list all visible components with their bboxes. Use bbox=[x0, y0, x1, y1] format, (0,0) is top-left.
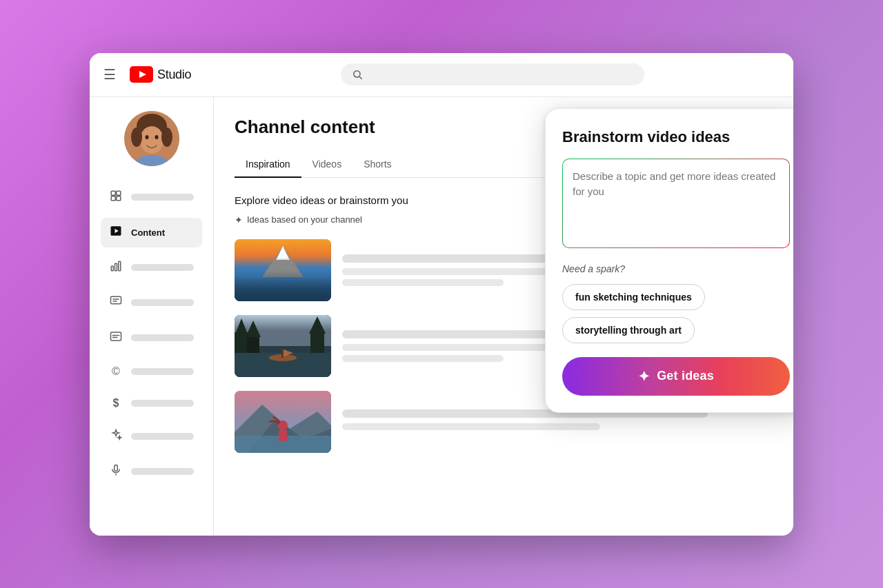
svg-line-3 bbox=[359, 77, 362, 79]
brainstorm-textarea[interactable] bbox=[562, 159, 790, 248]
video-sub-bar-sm bbox=[342, 279, 504, 286]
comments-icon bbox=[109, 295, 123, 311]
sidebar-item-subtitles[interactable] bbox=[101, 323, 202, 353]
comments-label-placeholder bbox=[131, 299, 194, 306]
svg-rect-19 bbox=[115, 263, 117, 271]
svg-point-7 bbox=[131, 128, 142, 147]
customization-label-placeholder bbox=[131, 433, 194, 440]
video-thumbnail-1 bbox=[235, 239, 331, 301]
sidebar-label-placeholder bbox=[131, 194, 194, 201]
main-content: Content bbox=[90, 97, 793, 536]
content-icon bbox=[109, 225, 123, 241]
video-meta-3 bbox=[342, 409, 773, 434]
search-input[interactable] bbox=[370, 69, 633, 80]
customization-icon bbox=[109, 429, 123, 445]
video-thumbnail-3 bbox=[235, 391, 331, 453]
svg-rect-51 bbox=[279, 430, 287, 441]
monetization-label-placeholder bbox=[131, 400, 194, 407]
get-ideas-label: Get ideas bbox=[657, 369, 714, 383]
sidebar-nav: Content bbox=[90, 183, 213, 487]
svg-rect-13 bbox=[117, 191, 121, 195]
audio-label-placeholder bbox=[131, 468, 194, 475]
spark-icon: ✦ bbox=[235, 214, 243, 225]
sidebar-item-content[interactable]: Content bbox=[101, 218, 202, 247]
subtitles-icon bbox=[109, 330, 123, 346]
svg-rect-44 bbox=[281, 349, 284, 358]
monetization-icon: $ bbox=[109, 397, 123, 409]
avatar-image bbox=[124, 111, 179, 166]
audio-icon bbox=[109, 464, 123, 480]
sidebar-item-customization[interactable] bbox=[101, 422, 202, 452]
svg-rect-12 bbox=[111, 191, 115, 195]
sidebar-item-audio[interactable] bbox=[101, 457, 202, 487]
svg-rect-18 bbox=[111, 266, 113, 271]
video-sub-bar-sm-2 bbox=[342, 355, 504, 362]
svg-rect-30 bbox=[235, 277, 331, 301]
svg-rect-15 bbox=[117, 196, 121, 200]
analytics-label-placeholder bbox=[131, 264, 194, 271]
top-bar: ☰ Studio bbox=[90, 53, 793, 97]
analytics-icon bbox=[109, 260, 123, 276]
youtube-logo-icon bbox=[130, 66, 153, 83]
sidebar-item-copyright[interactable]: © bbox=[101, 358, 202, 385]
forest-lake-thumb bbox=[235, 315, 331, 377]
brainstorm-panel: Brainstorm video ideas Need a spark? fun… bbox=[545, 108, 793, 413]
svg-rect-38 bbox=[247, 334, 259, 353]
dashboard-icon bbox=[109, 190, 123, 205]
search-icon bbox=[352, 69, 363, 80]
chip-fun-sketching[interactable]: fun sketching techniques bbox=[562, 284, 705, 310]
svg-point-10 bbox=[155, 135, 158, 139]
content-label: Content bbox=[131, 227, 165, 238]
logo-area: Studio bbox=[130, 66, 191, 83]
svg-point-6 bbox=[140, 126, 163, 154]
brainstorm-title: Brainstorm video ideas bbox=[562, 128, 790, 146]
get-ideas-button[interactable]: ✦ Get ideas bbox=[562, 357, 790, 396]
page-area: Channel content Inspiration Videos Short… bbox=[214, 97, 793, 536]
svg-rect-20 bbox=[119, 261, 121, 271]
studio-label: Studio bbox=[157, 68, 191, 82]
sidebar-item-comments[interactable] bbox=[101, 288, 202, 318]
tab-shorts[interactable]: Shorts bbox=[353, 152, 402, 178]
svg-point-2 bbox=[353, 71, 359, 77]
video-sub-bar-3 bbox=[342, 423, 600, 430]
mountain-lake-thumb bbox=[235, 239, 331, 301]
sidebar: Content bbox=[90, 97, 214, 536]
sidebar-item-dashboard[interactable] bbox=[101, 183, 202, 212]
chip-storytelling[interactable]: storytelling through art bbox=[562, 317, 695, 343]
chip-row: fun sketching techniques storytelling th… bbox=[562, 284, 790, 343]
person-mountain-thumb bbox=[235, 391, 331, 453]
sidebar-item-analytics[interactable] bbox=[101, 253, 202, 283]
video-thumbnail-2 bbox=[235, 315, 331, 377]
svg-rect-27 bbox=[115, 465, 118, 471]
browser-window: ☰ Studio bbox=[90, 53, 793, 536]
copyright-icon: © bbox=[109, 365, 123, 378]
copyright-label-placeholder bbox=[131, 368, 194, 375]
avatar bbox=[124, 111, 179, 166]
tab-videos[interactable]: Videos bbox=[301, 152, 353, 178]
svg-point-9 bbox=[145, 135, 148, 139]
svg-point-8 bbox=[161, 128, 172, 147]
sidebar-item-monetization[interactable]: $ bbox=[101, 390, 202, 416]
svg-rect-24 bbox=[111, 332, 121, 341]
hamburger-icon[interactable]: ☰ bbox=[103, 66, 116, 83]
svg-rect-14 bbox=[111, 196, 115, 200]
ideas-tag-label: Ideas based on your channel bbox=[247, 214, 362, 225]
subtitles-label-placeholder bbox=[131, 334, 194, 341]
tab-inspiration[interactable]: Inspiration bbox=[235, 152, 301, 178]
search-bar[interactable] bbox=[341, 63, 644, 85]
svg-rect-21 bbox=[111, 296, 121, 304]
spark-prompt: Need a spark? bbox=[562, 263, 790, 274]
star-icon: ✦ bbox=[638, 368, 650, 385]
